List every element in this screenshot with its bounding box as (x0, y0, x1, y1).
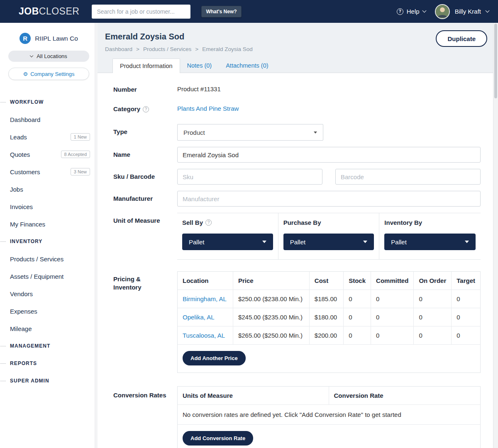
sidebar-item-dashboard[interactable]: Dashboard (0, 111, 98, 128)
sidebar-item-my-finances[interactable]: My Finances (0, 215, 98, 233)
col-units-of-measure: Units of Measure (178, 387, 329, 404)
pricing-label-line1: Pricing & (113, 275, 177, 283)
table-row: Tuscaloosa, AL $265.00 ($250.00 Min.) $2… (178, 326, 480, 345)
sell-by-help-icon[interactable]: ? (205, 219, 212, 226)
cost-cell: $180.00 (309, 308, 343, 326)
page-scrollbar[interactable] (493, 23, 498, 448)
customers-badge: 3 New (71, 168, 90, 175)
manufacturer-input[interactable] (177, 191, 481, 207)
section-header-workflow[interactable]: WORKFLOW (0, 93, 98, 111)
location-link-tuscaloosa[interactable]: Tuscaloosa, AL (183, 332, 225, 339)
price-cell: $250.00 ($238.00 Min.) (233, 290, 309, 308)
section-header-management[interactable]: MANAGEMENT (0, 337, 98, 355)
stock-cell: 0 (344, 308, 371, 326)
col-committed: Committed (371, 272, 414, 290)
sidebar-item-mileage[interactable]: Mileage (0, 320, 98, 337)
barcode-input[interactable] (335, 169, 481, 185)
section-label: WORKFLOW (10, 99, 44, 105)
add-conversion-rate-button[interactable]: Add Conversion Rate (183, 431, 253, 446)
purchase-by-label: Purchase By (283, 219, 321, 226)
user-name: Billy Kraft (455, 8, 481, 15)
section-label: REPORTS (10, 360, 37, 366)
tab-product-information[interactable]: Product Information (112, 58, 180, 73)
name-input[interactable] (177, 147, 481, 163)
col-location: Location (178, 272, 233, 290)
whats-new-button[interactable]: What's New? (201, 6, 241, 17)
section-header-super-admin[interactable]: SUPER ADMIN (0, 372, 98, 390)
help-menu[interactable]: ? Help (397, 8, 426, 15)
stock-cell: 0 (344, 290, 371, 308)
chevron-down-icon (314, 131, 317, 134)
category-label: Category? (113, 105, 177, 113)
sidebar-item-jobs[interactable]: Jobs (0, 180, 98, 198)
section-label: INVENTORY (10, 239, 42, 244)
app-logo[interactable]: JOBCLOSER (19, 6, 79, 17)
help-label: Help (407, 8, 420, 15)
page-header: Emerald Zoysia Sod Dashboard > Products … (98, 23, 493, 73)
logo-light: CLOSER (39, 6, 80, 17)
company-settings-button[interactable]: ⚙ Company Settings (8, 68, 89, 80)
logo-bold: JOB (19, 6, 39, 17)
stock-cell: 0 (344, 326, 371, 345)
sku-input[interactable] (177, 169, 322, 185)
breadcrumb-current: Emerald Zoysia Sod (202, 46, 253, 52)
name-row: Name (113, 147, 481, 163)
sidebar-item-products-services[interactable]: Products / Services (0, 250, 98, 268)
global-search-input[interactable] (92, 5, 190, 19)
breadcrumb-dashboard[interactable]: Dashboard (105, 46, 132, 52)
breadcrumb-products-services[interactable]: Products / Services (143, 46, 191, 52)
company-selector[interactable]: R RIIPL Lawn Co (0, 33, 98, 44)
conversion-empty-message: No conversion rates are defined yet. Cli… (178, 405, 480, 425)
nav-item-label: Mileage (10, 325, 32, 332)
scrollbar-thumb[interactable] (494, 24, 497, 98)
type-label: Type (113, 124, 177, 136)
location-link-birmingham[interactable]: Birmingham, AL (183, 295, 227, 302)
add-another-price-button[interactable]: Add Another Price (183, 351, 246, 365)
user-menu[interactable]: Billy Kraft (435, 4, 489, 19)
manufacturer-label: Manufacturer (113, 191, 177, 203)
target-cell: 0 (452, 308, 480, 326)
inventory-by-select[interactable]: Pallet (384, 234, 476, 250)
sidebar-item-leads[interactable]: Leads1 New (0, 128, 98, 146)
sidebar-item-vendors[interactable]: Vendors (0, 285, 98, 302)
page-title: Emerald Zoysia Sod (105, 32, 493, 41)
sidebar-item-invoices[interactable]: Invoices (0, 198, 98, 215)
category-link[interactable]: Plants And Pine Straw (177, 105, 239, 112)
type-select-value: Product (183, 129, 205, 136)
leads-badge: 1 New (71, 133, 90, 141)
sidebar-item-assets-equipment[interactable]: Assets / Equipment (0, 268, 98, 285)
sell-by-select[interactable]: Pallet (182, 234, 273, 250)
on-order-cell: 0 (414, 308, 452, 326)
nav-item-label: Jobs (10, 186, 23, 193)
sell-by-column: Sell By? Pallet (177, 213, 278, 259)
number-value: Product #11331 (177, 85, 221, 93)
type-select[interactable]: Product (177, 124, 323, 141)
all-locations-dropdown[interactable]: All Locations (8, 51, 89, 62)
sidebar-scrollbar[interactable] (95, 23, 98, 448)
sidebar-item-expenses[interactable]: Expenses (0, 302, 98, 320)
purchase-by-select[interactable]: Pallet (283, 234, 374, 250)
inventory-by-column: Inventory By Pallet (379, 213, 481, 259)
section-dash (0, 241, 6, 242)
duplicate-button[interactable]: Duplicate (436, 30, 487, 47)
pricing-header-row: Location Price Cost Stock Committed On O… (178, 272, 480, 290)
company-name: RIIPL Lawn Co (35, 35, 78, 42)
category-help-icon[interactable]: ? (143, 106, 149, 112)
table-row: Opelika, AL $245.00 ($235.00 Min.) $180.… (178, 308, 480, 326)
manufacturer-row: Manufacturer (113, 191, 481, 207)
sku-barcode-row: Sku / Barcode (113, 169, 481, 185)
col-price: Price (233, 272, 309, 290)
location-link-opelika[interactable]: Opelika, AL (183, 314, 215, 321)
section-header-inventory[interactable]: INVENTORY (0, 233, 98, 250)
pricing-table-container: Location Price Cost Stock Committed On O… (177, 271, 481, 373)
chevron-down-icon (30, 54, 33, 57)
section-header-reports[interactable]: REPORTS (0, 355, 98, 372)
sidebar-item-quotes[interactable]: Quotes8 Accepted (0, 146, 98, 163)
nav-item-label: Vendors (10, 290, 33, 297)
avatar (435, 4, 450, 19)
tab-attachments[interactable]: Attachments (0) (219, 58, 275, 73)
sidebar-item-customers[interactable]: Customers3 New (0, 163, 98, 180)
chevron-down-icon (363, 241, 367, 243)
tab-notes[interactable]: Notes (0) (180, 58, 219, 73)
nav-item-label: Leads (10, 134, 27, 141)
